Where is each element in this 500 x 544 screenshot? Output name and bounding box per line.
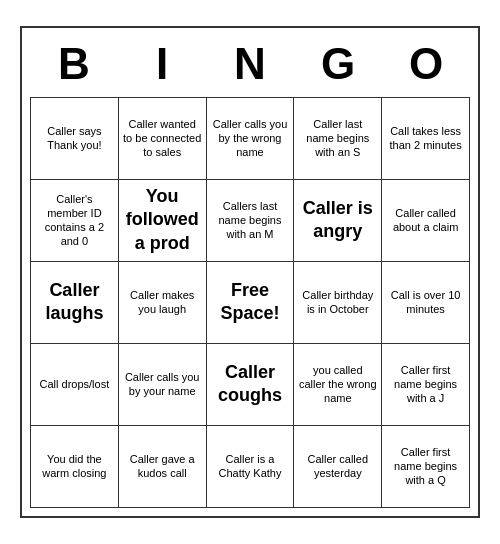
bingo-cell-16[interactable]: Caller calls you by your name	[119, 344, 207, 426]
bingo-cell-18[interactable]: you called caller the wrong name	[294, 344, 382, 426]
bingo-header: BINGO	[30, 36, 470, 92]
bingo-cell-0[interactable]: Caller says Thank you!	[31, 98, 119, 180]
bingo-cell-2[interactable]: Caller calls you by the wrong name	[207, 98, 295, 180]
bingo-cell-17[interactable]: Caller coughs	[207, 344, 295, 426]
bingo-cell-23[interactable]: Caller called yesterday	[294, 426, 382, 508]
bingo-cell-13[interactable]: Caller birthday is in October	[294, 262, 382, 344]
bingo-cell-20[interactable]: You did the warm closing	[31, 426, 119, 508]
bingo-cell-21[interactable]: Caller gave a kudos call	[119, 426, 207, 508]
bingo-cell-22[interactable]: Caller is a Chatty Kathy	[207, 426, 295, 508]
bingo-cell-19[interactable]: Caller first name begins with a J	[382, 344, 470, 426]
bingo-cell-15[interactable]: Call drops/lost	[31, 344, 119, 426]
bingo-letter-o: O	[382, 36, 470, 92]
bingo-cell-24[interactable]: Caller first name begins with a Q	[382, 426, 470, 508]
bingo-card: BINGO Caller says Thank you!Caller wante…	[20, 26, 480, 517]
bingo-letter-i: I	[118, 36, 206, 92]
bingo-cell-1[interactable]: Caller wanted to be connected to sales	[119, 98, 207, 180]
bingo-cell-3[interactable]: Caller last name begins with an S	[294, 98, 382, 180]
bingo-grid: Caller says Thank you!Caller wanted to b…	[30, 97, 470, 508]
bingo-cell-4[interactable]: Call takes less than 2 minutes	[382, 98, 470, 180]
bingo-cell-8[interactable]: Caller is angry	[294, 180, 382, 262]
bingo-cell-12[interactable]: Free Space!	[207, 262, 295, 344]
bingo-cell-10[interactable]: Caller laughs	[31, 262, 119, 344]
bingo-letter-b: B	[30, 36, 118, 92]
bingo-letter-g: G	[294, 36, 382, 92]
bingo-cell-9[interactable]: Caller called about a claim	[382, 180, 470, 262]
bingo-cell-11[interactable]: Caller makes you laugh	[119, 262, 207, 344]
bingo-cell-14[interactable]: Call is over 10 minutes	[382, 262, 470, 344]
bingo-cell-6[interactable]: You followed a prod	[119, 180, 207, 262]
bingo-letter-n: N	[206, 36, 294, 92]
bingo-cell-7[interactable]: Callers last name begins with an M	[207, 180, 295, 262]
bingo-cell-5[interactable]: Caller's member ID contains a 2 and 0	[31, 180, 119, 262]
